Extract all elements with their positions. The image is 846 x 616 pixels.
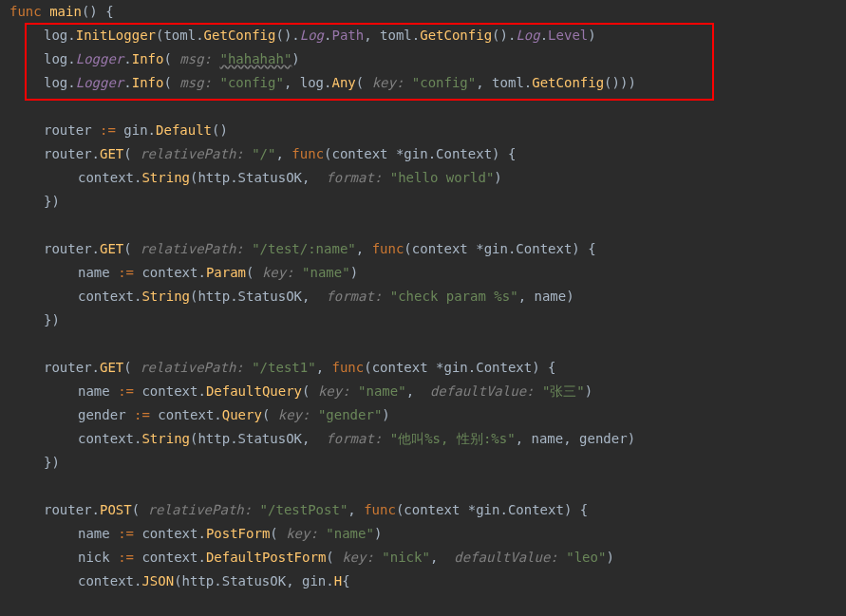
code-line: router.POST( relativePath: "/testPost", … [9,498,837,522]
code-line: }) [9,451,837,475]
code-line-blank [9,475,837,498]
code-line: context.String(http.StatusOK, format: "c… [9,285,837,308]
code-line: log.Logger.Info( msg: "config", log.Any(… [9,71,837,95]
code-line: context.String(http.StatusOK, format: "他… [9,427,837,451]
code-line-blank [9,95,837,119]
code-line: router.GET( relativePath: "/", func(cont… [9,142,837,166]
code-line-blank [9,332,837,356]
code-line: name := context.DefaultQuery( key: "name… [9,380,837,403]
code-line: router.GET( relativePath: "/test/:name",… [9,237,837,261]
code-line: router := gin.Default() [9,119,837,142]
code-line: name := context.Param( key: "name") [9,261,837,285]
code-line: name := context.PostForm( key: "name") [9,522,837,546]
code-line: }) [9,308,837,332]
code-line: func main() { [9,0,837,24]
code-line: context.JSON(http.StatusOK, gin.H{ [9,569,837,593]
code-line: context.String(http.StatusOK, format: "h… [9,166,837,190]
code-line: log.Logger.Info( msg: "hahahah") [9,47,837,71]
code-editor[interactable]: func main() { log.InitLogger(toml.GetCon… [0,0,846,603]
code-line: }) [9,190,837,214]
code-line-blank [9,214,837,237]
code-line: gender := context.Query( key: "gender") [9,403,837,427]
code-line: router.GET( relativePath: "/test1", func… [9,356,837,380]
code-line: log.InitLogger(toml.GetConfig().Log.Path… [9,24,837,47]
code-line: nick := context.DefaultPostForm( key: "n… [9,546,837,569]
